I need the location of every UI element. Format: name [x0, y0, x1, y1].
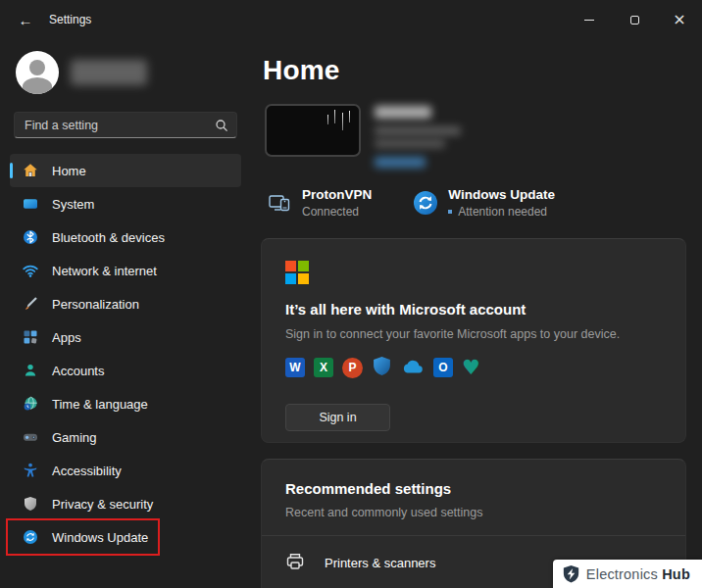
sidebar-item-label: Home	[52, 164, 86, 178]
ms-card-subtitle: Sign in to connect your favorite Microso…	[285, 327, 662, 341]
network-icon	[22, 263, 38, 279]
status-text: Connected	[302, 205, 359, 219]
sidebar-item-bluetooth-devices[interactable]: Bluetooth & devices	[10, 220, 241, 254]
vpn-monitor-icon	[267, 190, 292, 216]
device-spec-redacted	[375, 126, 461, 135]
family-safety-icon: ♥	[462, 358, 480, 377]
status-title: ProtonVPN	[302, 187, 372, 202]
sidebar-item-gaming[interactable]: Gaming	[10, 420, 241, 454]
minimize-icon	[584, 20, 594, 21]
watermark-electronics-hub: Electronics Hub	[553, 560, 702, 588]
status-item-protonvpn[interactable]: ProtonVPN Connected	[267, 187, 372, 219]
close-button[interactable]: ×	[657, 0, 702, 39]
sidebar-item-personalization[interactable]: Personalization	[10, 287, 241, 320]
maximize-button[interactable]	[612, 0, 657, 39]
sign-in-button[interactable]: Sign in	[285, 404, 390, 431]
watermark-brand-bold: Hub	[662, 566, 690, 582]
sidebar-item-label: Gaming	[52, 430, 97, 445]
device-info	[375, 104, 461, 168]
sidebar-item-label: Network & internet	[52, 264, 157, 278]
settings-window: { "titlebar": { "title": "Settings" }, "…	[0, 0, 702, 588]
back-button[interactable]: ←	[10, 7, 41, 32]
sidebar-item-accessibility[interactable]: Accessibility	[10, 454, 241, 487]
window-controls: ×	[567, 0, 702, 39]
watermark-brand: Electronics	[586, 566, 658, 582]
time-language-icon	[22, 396, 38, 413]
search-icon	[215, 119, 228, 132]
personalization-icon	[22, 296, 38, 313]
sidebar-item-label: Apps	[52, 330, 81, 345]
onedrive-icon	[401, 359, 425, 377]
search-input[interactable]	[25, 119, 215, 132]
search-box[interactable]	[14, 112, 237, 138]
accessibility-icon	[22, 463, 38, 479]
sidebar-item-label: Bluetooth & devices	[52, 230, 165, 245]
avatar	[16, 51, 59, 94]
maximize-icon	[630, 16, 639, 24]
windows-update-icon	[22, 529, 38, 546]
apps-icon	[22, 329, 38, 346]
sidebar-item-privacy-security[interactable]: Privacy & security	[10, 487, 241, 520]
accounts-icon	[22, 363, 38, 379]
sidebar: Home System Bluetooth & devices Network …	[0, 39, 251, 588]
user-profile[interactable]	[16, 51, 237, 94]
attention-dot	[448, 210, 452, 214]
recommended-subtitle: Recent and commonly used settings	[285, 506, 662, 519]
microsoft-logo-icon	[285, 261, 662, 284]
device-name-redacted	[375, 106, 431, 119]
row-label: Printers & scanners	[325, 556, 435, 570]
sidebar-item-label: Accounts	[52, 364, 104, 378]
sidebar-item-time-language[interactable]: Time & language	[10, 387, 241, 420]
device-spec-redacted	[375, 139, 445, 148]
ms-card-title: It’s all here with Microsoft account	[285, 301, 662, 318]
device-card[interactable]	[265, 104, 686, 168]
main-content: Home ProtonVPN Connected	[251, 39, 702, 588]
sidebar-item-apps[interactable]: Apps	[10, 320, 241, 354]
titlebar: ← Settings ×	[0, 0, 702, 39]
user-name-redacted	[71, 60, 147, 85]
device-rename-link-redacted[interactable]	[375, 157, 426, 168]
sidebar-item-network-internet[interactable]: Network & internet	[10, 254, 241, 287]
powerpoint-icon: P	[342, 358, 363, 378]
recommended-title: Recommended settings	[285, 480, 662, 497]
status-text: Attention needed	[458, 205, 547, 219]
sidebar-nav: Home System Bluetooth & devices Network …	[10, 154, 241, 554]
status-item-windows-update[interactable]: Windows Update Attention needed	[413, 187, 555, 219]
gaming-icon	[22, 429, 38, 446]
device-thumbnail	[265, 104, 361, 157]
ms-apps-row: W X P O ♥	[285, 356, 662, 379]
status-row: ProtonVPN Connected Windows Update Atten…	[267, 187, 686, 219]
sidebar-item-label: Accessibility	[52, 464, 122, 478]
sidebar-item-label: Personalization	[52, 297, 139, 312]
system-icon	[22, 196, 38, 213]
home-icon	[22, 163, 38, 179]
defender-icon	[372, 356, 392, 379]
printer-icon	[285, 552, 305, 574]
sidebar-item-label: Windows Update	[52, 530, 148, 545]
back-icon: ←	[19, 12, 33, 28]
electronics-hub-shield-icon	[563, 564, 579, 583]
sidebar-item-windows-update[interactable]: Windows Update	[10, 520, 241, 554]
privacy-security-icon	[22, 496, 38, 513]
window-title: Settings	[49, 13, 91, 26]
bluetooth-icon	[22, 229, 38, 246]
minimize-button[interactable]	[567, 0, 612, 39]
sidebar-item-accounts[interactable]: Accounts	[10, 354, 241, 387]
excel-icon: X	[314, 358, 333, 377]
word-icon: W	[285, 358, 305, 377]
sidebar-item-label: Time & language	[52, 397, 148, 412]
page-title: Home	[263, 55, 686, 86]
status-title: Windows Update	[448, 187, 555, 202]
recommended-header: Recommended settings Recent and commonly…	[262, 460, 685, 536]
windows-update-status-icon	[413, 190, 438, 216]
microsoft-account-card: It’s all here with Microsoft account Sig…	[261, 238, 686, 443]
sidebar-item-label: System	[52, 197, 94, 212]
sidebar-item-label: Privacy & security	[52, 497, 153, 512]
outlook-icon: O	[433, 358, 453, 377]
sidebar-item-system[interactable]: System	[10, 187, 241, 220]
sidebar-item-home[interactable]: Home	[10, 154, 241, 187]
close-icon: ×	[673, 12, 685, 27]
